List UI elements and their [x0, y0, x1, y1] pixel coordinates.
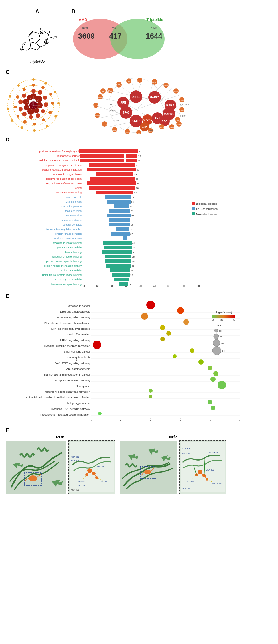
svg-point-26: [46, 125, 48, 127]
svg-rect-228: [89, 163, 126, 167]
svg-rect-237: [114, 204, 126, 208]
svg-rect-234: [96, 191, 126, 194]
panel-a-label: A: [9, 9, 66, 15]
svg-text:ALB: ALB: [142, 126, 147, 129]
panel-e: E Pathways in cancer Lipid and atheroscl…: [6, 293, 272, 422]
svg-text:82: 82: [139, 150, 141, 153]
svg-rect-270: [126, 264, 131, 268]
nrf2-zoom-svg: VAL-288 CPG-523 MET-1009 GLU-323 GLN-590…: [181, 442, 225, 492]
svg-text:38: 38: [132, 260, 135, 263]
svg-point-409: [213, 339, 220, 346]
svg-rect-230: [96, 172, 126, 176]
svg-text:ALA-533: ALA-533: [206, 469, 214, 471]
venn-diagram: AMD Triptolide 3609 417 1644 3609 417 16…: [73, 16, 165, 62]
svg-rect-265: [126, 241, 132, 245]
svg-text:TYR-368: TYR-368: [182, 447, 190, 449]
svg-text:focal adhesion: focal adhesion: [65, 210, 82, 212]
svg-point-24: [57, 102, 60, 104]
svg-text:cellular response to cytokine : cellular response to cytokine stimulus: [39, 159, 82, 162]
svg-text:response to oxygen levels: response to oxygen levels: [52, 173, 82, 176]
svg-text:mitochondrion: mitochondrion: [65, 214, 82, 217]
svg-text:Non- alcoholic fatty liver dis: Non- alcoholic fatty liver disease: [51, 327, 90, 330]
network-graph-svg: AKT1 MAPK3 JUN RXRA TP63 MAPK1 STAT3: [66, 77, 206, 134]
panel-f-label: F: [6, 427, 272, 433]
svg-point-39: [33, 123, 36, 125]
venn-trip-small-count: 1644: [151, 27, 157, 30]
svg-point-386: [93, 341, 101, 349]
svg-text:70: 70: [221, 342, 224, 345]
svg-text:65: 65: [136, 178, 138, 180]
svg-rect-319: [192, 207, 195, 210]
svg-point-381: [141, 313, 148, 320]
svg-text:GLN-590: GLN-590: [182, 487, 190, 489]
svg-point-42: [14, 106, 17, 108]
svg-text:O: O: [45, 41, 48, 44]
svg-rect-260: [126, 218, 130, 222]
panel-b-label: B: [72, 9, 166, 15]
svg-rect-250: [126, 172, 133, 176]
svg-line-98: [99, 114, 120, 118]
svg-point-35: [49, 93, 52, 96]
svg-point-45: [31, 89, 36, 93]
svg-point-392: [210, 377, 216, 382]
svg-point-43: [16, 95, 19, 99]
svg-text:PLG: PLG: [180, 109, 184, 111]
svg-text:37: 37: [132, 196, 134, 199]
svg-rect-243: [111, 232, 126, 236]
svg-text:31: 31: [131, 219, 133, 222]
venn-triptolide-label: Triptolide: [147, 17, 163, 22]
panel-d: D positive regulation of phosphorylation…: [6, 137, 272, 287]
svg-text:HSP90AA1: HSP90AA1: [135, 132, 143, 134]
svg-rect-235: [105, 195, 126, 199]
panel-c-content: AKT1 MAPK3 JUN RXRA TP63 MAPK1 STAT3: [6, 77, 272, 134]
pi3k-section: PI3K: [6, 435, 115, 494]
svg-text:13: 13: [128, 283, 131, 286]
svg-text:MAPK3: MAPK3: [149, 96, 159, 99]
svg-point-407: [214, 334, 219, 339]
svg-rect-246: [126, 154, 137, 158]
svg-point-385: [160, 337, 165, 341]
nrf2-section: Nrf2: [120, 435, 226, 494]
svg-text:RXRA: RXRA: [166, 104, 174, 107]
svg-text:O: O: [40, 28, 42, 31]
venn-overlap-small-count: 417: [112, 27, 117, 30]
svg-rect-245: [126, 149, 138, 153]
svg-rect-272: [126, 273, 130, 277]
svg-text:40: 40: [233, 319, 235, 321]
svg-text:26: 26: [130, 274, 133, 276]
svg-text:receptor complex: receptor complex: [62, 223, 82, 226]
svg-text:APOA1: APOA1: [143, 118, 152, 121]
svg-rect-242: [116, 227, 126, 231]
panel-c-row: C: [6, 69, 272, 134]
svg-text:AKT1: AKT1: [132, 95, 140, 98]
svg-text:20: 20: [212, 319, 214, 321]
svg-text:transcription regulator comple: transcription regulator complex: [46, 228, 82, 231]
svg-line-11: [49, 37, 54, 38]
svg-text:Neutrophil extracellular trap : Neutrophil extracellular trap formation: [45, 390, 90, 393]
svg-text:BOLA: BOLA: [159, 127, 164, 128]
svg-text:33: 33: [131, 201, 134, 203]
svg-rect-256: [126, 200, 131, 204]
svg-text:PTPN1: PTPN1: [163, 85, 169, 87]
svg-rect-232: [87, 181, 126, 185]
svg-point-50: [36, 113, 40, 118]
svg-text:Longevity regulating pathway: Longevity regulating pathway: [55, 379, 90, 382]
pi3k-label: PI3K: [6, 435, 115, 439]
svg-point-31: [9, 95, 11, 98]
svg-text:MET-1009: MET-1009: [212, 483, 221, 485]
svg-text:27: 27: [130, 233, 133, 235]
svg-text:NOS2: NOS2: [116, 84, 121, 86]
svg-text:23: 23: [130, 278, 132, 281]
svg-rect-266: [126, 246, 132, 249]
svg-text:8: 8: [209, 420, 211, 421]
svg-rect-248: [126, 163, 135, 167]
svg-text:Necroptosis: Necroptosis: [76, 384, 90, 388]
svg-rect-262: [126, 227, 129, 231]
svg-rect-280: [106, 264, 126, 268]
svg-rect-233: [89, 186, 126, 190]
svg-rect-259: [126, 214, 131, 217]
svg-rect-252: [126, 181, 136, 185]
svg-text:side of membrane: side of membrane: [61, 219, 82, 222]
venn-overlap-count: 417: [109, 32, 121, 41]
svg-text:68: 68: [137, 169, 139, 171]
